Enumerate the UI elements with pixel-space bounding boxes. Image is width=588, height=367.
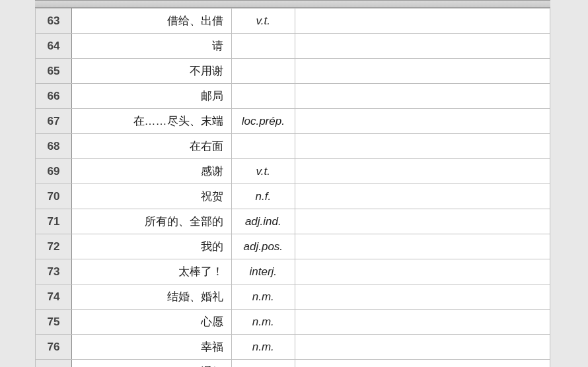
part-of-speech-cell[interactable]: interj. — [231, 259, 295, 284]
part-of-speech-cell[interactable] — [231, 84, 295, 109]
table-row: 72 我的 adj.pos. — [36, 234, 550, 259]
chinese-cell[interactable]: 借给、出借 — [71, 9, 231, 34]
chinese-cell[interactable]: 所有的、全部的 — [71, 209, 231, 234]
part-of-speech-cell[interactable]: n.m. — [231, 335, 295, 360]
empty-cell[interactable] — [295, 159, 550, 184]
empty-cell[interactable] — [295, 34, 550, 59]
table-row: 70 祝贺 n.f. — [36, 184, 550, 209]
chinese-cell[interactable]: 祝贺 — [71, 184, 231, 209]
table-row: 68 在右面 — [36, 134, 550, 159]
empty-cell[interactable] — [295, 360, 550, 368]
chinese-cell[interactable]: 邮局 — [71, 84, 231, 109]
column-header-bar[interactable] — [35, 0, 550, 8]
row-number-cell[interactable]: 73 — [36, 259, 72, 284]
row-number-cell[interactable]: 72 — [36, 234, 72, 259]
part-of-speech-cell[interactable]: adj.ind. — [231, 209, 295, 234]
part-of-speech-cell[interactable]: loc.prép. — [231, 109, 295, 134]
empty-cell[interactable] — [295, 59, 550, 84]
chinese-cell[interactable]: 通知 — [71, 360, 231, 368]
empty-cell[interactable] — [295, 109, 550, 134]
table-row: 63 借给、出借 v.t. — [36, 9, 550, 34]
row-number-cell[interactable]: 75 — [36, 310, 72, 335]
part-of-speech-cell[interactable]: v.t. — [231, 9, 295, 34]
row-number-cell[interactable]: 71 — [36, 209, 72, 234]
empty-cell[interactable] — [295, 234, 550, 259]
chinese-cell[interactable]: 请 — [71, 34, 231, 59]
row-number-cell[interactable]: 66 — [36, 84, 72, 109]
table-row: 73 太棒了！ interj. — [36, 259, 550, 284]
empty-cell[interactable] — [295, 209, 550, 234]
table-row: 77 通知 n.f. — [36, 360, 550, 368]
chinese-cell[interactable]: 幸福 — [71, 335, 231, 360]
empty-cell[interactable] — [295, 84, 550, 109]
part-of-speech-cell[interactable] — [231, 59, 295, 84]
part-of-speech-cell[interactable]: n.f. — [231, 184, 295, 209]
chinese-cell[interactable]: 太棒了！ — [71, 259, 231, 284]
table-row: 67 在……尽头、末端 loc.prép. — [36, 109, 550, 134]
chinese-cell[interactable]: 结婚、婚礼 — [71, 284, 231, 310]
row-number-cell[interactable]: 76 — [36, 335, 72, 360]
chinese-cell[interactable]: 感谢 — [71, 159, 231, 184]
spreadsheet-table: 63 借给、出借 v.t. 64 请 65 不用谢 66 邮局 — [35, 0, 550, 367]
row-number-cell[interactable]: 63 — [36, 9, 72, 34]
chinese-cell[interactable]: 在……尽头、末端 — [71, 109, 231, 134]
table-row: 69 感谢 v.t. — [36, 159, 550, 184]
chinese-cell[interactable]: 不用谢 — [71, 59, 231, 84]
row-number-cell[interactable]: 64 — [36, 34, 72, 59]
table-row: 74 结婚、婚礼 n.m. — [36, 284, 550, 310]
table-row: 64 请 — [36, 34, 550, 59]
table-row: 76 幸福 n.m. — [36, 335, 550, 360]
chinese-cell[interactable]: 在右面 — [71, 134, 231, 159]
row-number-cell[interactable]: 77 — [36, 360, 72, 368]
empty-cell[interactable] — [295, 310, 550, 335]
row-number-cell[interactable]: 69 — [36, 159, 72, 184]
empty-cell[interactable] — [295, 9, 550, 34]
empty-cell[interactable] — [295, 284, 550, 310]
table-row: 65 不用谢 — [36, 59, 550, 84]
empty-cell[interactable] — [295, 184, 550, 209]
row-number-cell[interactable]: 67 — [36, 109, 72, 134]
part-of-speech-cell[interactable]: n.m. — [231, 284, 295, 310]
row-number-cell[interactable]: 70 — [36, 184, 72, 209]
empty-cell[interactable] — [295, 335, 550, 360]
part-of-speech-cell[interactable]: v.t. — [231, 159, 295, 184]
chinese-cell[interactable]: 心愿 — [71, 310, 231, 335]
part-of-speech-cell[interactable]: n.f. — [231, 360, 295, 368]
row-number-cell[interactable]: 74 — [36, 284, 72, 310]
part-of-speech-cell[interactable] — [231, 134, 295, 159]
empty-cell[interactable] — [295, 259, 550, 284]
table-row: 66 邮局 — [36, 84, 550, 109]
part-of-speech-cell[interactable]: n.m. — [231, 310, 295, 335]
chinese-cell[interactable]: 我的 — [71, 234, 231, 259]
vocab-table: 63 借给、出借 v.t. 64 请 65 不用谢 66 邮局 — [35, 8, 550, 367]
row-number-cell[interactable]: 68 — [36, 134, 72, 159]
row-number-cell[interactable]: 65 — [36, 59, 72, 84]
empty-cell[interactable] — [295, 134, 550, 159]
table-row: 71 所有的、全部的 adj.ind. — [36, 209, 550, 234]
part-of-speech-cell[interactable] — [231, 34, 295, 59]
part-of-speech-cell[interactable]: adj.pos. — [231, 234, 295, 259]
table-row: 75 心愿 n.m. — [36, 310, 550, 335]
